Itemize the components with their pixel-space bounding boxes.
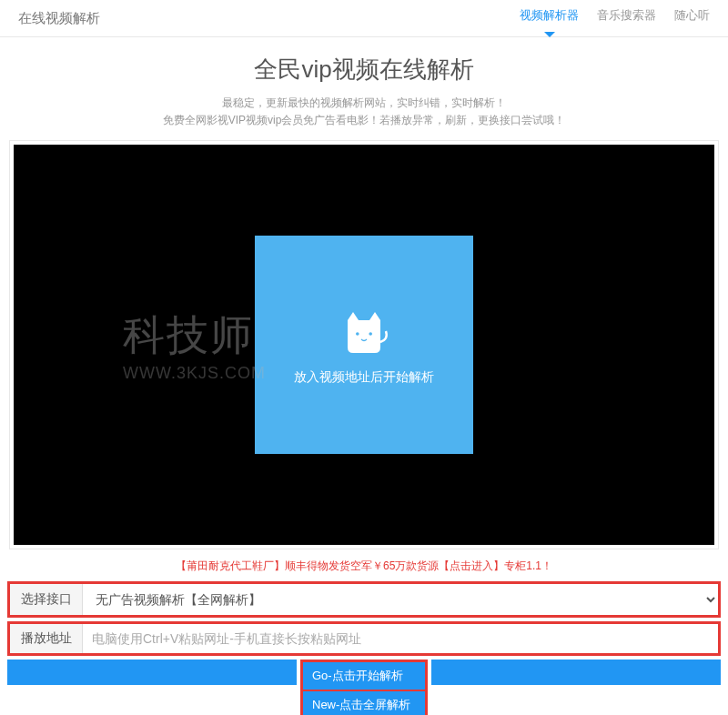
go-button[interactable]: Go-点击开始解析 [303,662,425,691]
nav-music-search[interactable]: 音乐搜索器 [597,7,656,29]
url-input[interactable] [83,624,718,653]
url-row: 播放地址 [7,621,721,656]
nav-video-parser[interactable]: 视频解析器 [520,7,579,29]
nav-menu: 视频解析器 音乐搜索器 随心听 [520,7,710,29]
svg-point-0 [356,333,359,337]
interface-label: 选择接口 [10,584,83,615]
watermark: 科技师 WWW.3KJS.COM [123,307,266,383]
url-label: 播放地址 [10,624,83,653]
button-center-group: Go-点击开始解析 New-点击全屏解析 [300,660,428,715]
header: 在线视频解析 视频解析器 音乐搜索器 随心听 [0,0,728,37]
button-bar-left[interactable] [7,660,297,685]
watermark-sub: WWW.3KJS.COM [123,364,266,383]
player-placeholder-text: 放入视频地址后开始解析 [294,369,434,386]
subtitle-line1: 最稳定，更新最快的视频解析网站，实时纠错，实时解析！ [0,95,728,112]
svg-point-1 [369,333,372,337]
subtitle-line2: 免费全网影视VIP视频vip会员免广告看电影！若播放异常，刷新，更换接口尝试哦！ [0,112,728,129]
video-player[interactable]: 科技师 WWW.3KJS.COM 放入视频地址后开始解析 [14,145,714,545]
player-container: 科技师 WWW.3KJS.COM 放入视频地址后开始解析 [9,140,719,549]
interface-select[interactable]: 无广告视频解析【全网解析】 [83,584,718,615]
page-title: 全民vip视频在线解析 [0,54,728,86]
button-row: Go-点击开始解析 New-点击全屏解析 [7,660,721,715]
brand-title: 在线视频解析 [18,10,100,27]
button-bar-right[interactable] [431,660,721,685]
promo-link[interactable]: 【莆田耐克代工鞋厂】顺丰得物发货空军￥65万款货源【点击进入】专柜1.1！ [0,559,728,574]
new-button[interactable]: New-点击全屏解析 [303,691,425,715]
interface-row: 选择接口 无广告视频解析【全网解析】 [7,581,721,618]
subtitle: 最稳定，更新最快的视频解析网站，实时纠错，实时解析！ 免费全网影视VIP视频vi… [0,95,728,129]
cat-icon [337,304,391,358]
nav-listen[interactable]: 随心听 [674,7,710,29]
watermark-main: 科技师 [123,307,266,364]
player-placeholder: 放入视频地址后开始解析 [255,236,473,454]
